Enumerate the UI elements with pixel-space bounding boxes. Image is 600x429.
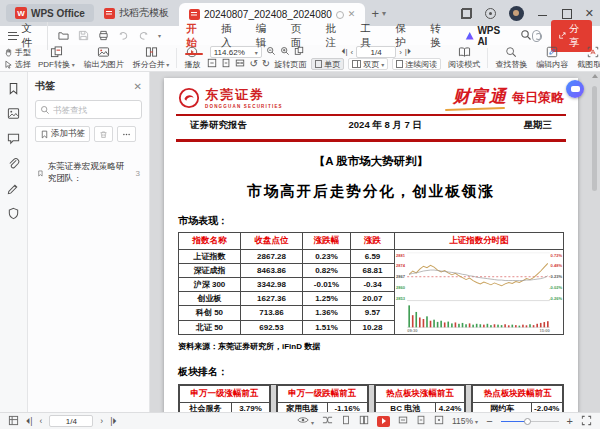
screenshot-ocr-button[interactable]: 截图取字	[575, 46, 600, 70]
rotate-right-icon[interactable]: ↻	[262, 59, 270, 69]
fullscreen-icon[interactable]	[581, 415, 592, 428]
fit-page-icon[interactable]	[416, 415, 426, 427]
layout-mode-icon[interactable]	[461, 8, 472, 19]
fit-width-icon[interactable]	[398, 415, 408, 427]
fit-width-icon[interactable]	[235, 58, 245, 70]
attachment-panel-icon[interactable]	[7, 157, 20, 172]
document-area[interactable]: 东莞证券 DONGGUAN SECURITIES 财富通 每日策略 证券研究报告…	[150, 72, 600, 412]
zoom-slider[interactable]	[501, 416, 559, 426]
statusbar-page-input[interactable]	[49, 415, 93, 427]
prev-page-icon[interactable]: ‹	[350, 48, 353, 57]
actual-size-icon[interactable]	[434, 415, 444, 427]
market-table-cell: 创业板	[179, 292, 241, 306]
view-eye-icon[interactable]: ▾	[297, 415, 314, 427]
wps-ai-button[interactable]: WPS AI	[465, 25, 508, 47]
bookmark-search-input[interactable]	[53, 105, 133, 115]
scrollbar-thumb[interactable]	[592, 86, 597, 191]
bookmark-list-item[interactable]: 东莞证券宏观策略研究团队： 3	[35, 158, 142, 188]
two-page-toggle[interactable]: 双页▾	[348, 58, 388, 70]
tab-home[interactable]: 开始	[185, 20, 203, 52]
read-mode-button[interactable]: 阅读模式	[446, 46, 482, 70]
autoplay-button[interactable]	[377, 416, 390, 427]
tab-convert[interactable]: 转换	[429, 20, 447, 52]
export-image-button[interactable]: 输出为图片	[82, 46, 126, 70]
tab-comment[interactable]: 批注	[325, 20, 343, 52]
bookmark-panel-icon[interactable]	[7, 82, 20, 97]
save-icon[interactable]	[78, 30, 89, 41]
signature-panel-icon[interactable]	[7, 182, 20, 197]
single-page-toggle[interactable]: 单页	[311, 58, 344, 70]
tab-close-icon[interactable]: ✕	[348, 10, 356, 19]
prev-page-icon[interactable]: ‹	[39, 416, 42, 426]
market-table-cell: 深证成指	[179, 263, 241, 277]
market-table-cell: 9.57	[351, 306, 395, 320]
print-icon[interactable]	[98, 30, 109, 41]
vertical-scrollbar[interactable]	[590, 74, 599, 410]
svg-text:09:30: 09:30	[407, 328, 418, 333]
bookmark-search[interactable]	[35, 100, 142, 119]
continuous-toggle[interactable]: 连续阅读	[392, 58, 441, 70]
statusbar-zoom-dropdown[interactable]: 115%▾	[452, 416, 478, 426]
actual-size-icon[interactable]	[207, 58, 217, 70]
zoom-in-icon[interactable]	[280, 46, 290, 58]
market-table-cell: -0.34	[351, 278, 395, 292]
edit-content-button[interactable]: 编辑内容	[534, 46, 570, 70]
redo-icon[interactable]	[138, 30, 149, 41]
bookmark-panel-title: 书签	[35, 79, 55, 93]
panel-close-icon[interactable]: ✕	[134, 81, 142, 92]
tab-edit[interactable]: 编辑	[255, 20, 273, 52]
more-actions-button[interactable]	[117, 126, 136, 142]
svg-text:-0.02%: -0.02%	[549, 285, 562, 290]
security-panel-icon[interactable]	[7, 207, 20, 222]
tab-insert[interactable]: 插入	[220, 20, 238, 52]
user-avatar[interactable]	[509, 6, 524, 21]
zoom-out-button[interactable]: −	[486, 415, 492, 427]
first-page-icon[interactable]: ⏴|	[26, 416, 32, 427]
skin-theme-icon[interactable]	[485, 8, 496, 19]
help-icon[interactable]	[532, 30, 542, 42]
single-page-view-icon[interactable]	[341, 415, 351, 427]
facing-pages-view-icon[interactable]	[359, 415, 369, 427]
zoom-in-button[interactable]: +	[567, 415, 573, 427]
swap-pages-icon[interactable]	[322, 415, 333, 427]
next-page-icon[interactable]: ›	[100, 416, 103, 426]
close-window-button[interactable]: ✕	[585, 7, 594, 20]
rotate-left-icon[interactable]: ↺	[249, 59, 257, 69]
wps-ai-floating-button[interactable]	[566, 80, 584, 98]
open-file-icon[interactable]	[58, 30, 69, 41]
split-merge-button[interactable]: 拆分合并 ▾	[131, 46, 172, 70]
tab-list-chevron-icon[interactable]: ▾	[382, 9, 386, 18]
minimize-button[interactable]	[537, 8, 548, 19]
quick-access-chevron-icon[interactable]: ▾	[158, 32, 161, 39]
tab-protect[interactable]: 保护	[394, 20, 412, 52]
zoom-slider-knob[interactable]	[524, 418, 531, 425]
svg-text:0.23%: 0.23%	[551, 274, 563, 279]
rotate-pages-button[interactable]: 旋转页面	[274, 59, 306, 70]
scroll-up-arrow-icon[interactable]	[592, 74, 598, 78]
dongguan-securities-logo	[178, 87, 200, 109]
new-tab-button[interactable]: + ▾	[371, 6, 386, 21]
tab-tools[interactable]: 工具	[359, 20, 377, 52]
svg-text:0.48%: 0.48%	[551, 263, 563, 268]
find-replace-button[interactable]: 查找替换	[493, 46, 529, 70]
fit-page-icon[interactable]	[221, 58, 231, 70]
hand-tool-button[interactable]: 手型	[4, 47, 31, 58]
last-page-icon[interactable]: |⏵	[110, 416, 116, 427]
undo-icon[interactable]	[118, 30, 129, 41]
comment-panel-icon[interactable]	[7, 132, 20, 147]
thumbnail-panel-icon[interactable]	[7, 107, 20, 122]
select-tool-button[interactable]: 选择	[4, 59, 31, 70]
pdf-convert-button[interactable]: PDF转换 ▾	[36, 46, 77, 70]
pdf-convert-icon	[50, 46, 63, 58]
wps-home-button[interactable]: W WPS Office	[6, 4, 94, 22]
maximize-button[interactable]	[561, 8, 572, 19]
delete-bookmark-button[interactable]	[94, 126, 113, 142]
tab-docer-templates[interactable]: 找稻壳模板	[94, 0, 179, 26]
thumbnail-toggle-icon[interactable]	[8, 415, 19, 428]
market-table-cell: 科创 50	[179, 306, 241, 320]
col-intraday-chart: 上证指数分时图	[395, 232, 564, 249]
add-bookmark-button[interactable]: 添加书签	[35, 126, 90, 142]
search-icon[interactable]	[520, 29, 532, 43]
rank-cell: 社会服务	[180, 402, 232, 412]
tab-page[interactable]: 页面	[290, 20, 308, 52]
